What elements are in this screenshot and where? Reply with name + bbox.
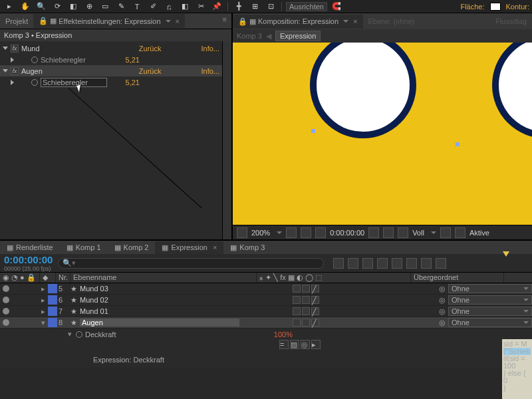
switch-icon[interactable]: ╱ [311, 285, 319, 293]
layer-label-color[interactable] [48, 284, 57, 293]
twirl-icon[interactable]: ▸ [40, 285, 47, 293]
parent-dropdown[interactable]: Ohne [448, 284, 532, 293]
param-name-editing[interactable]: Schieberegler [41, 78, 107, 87]
layer-row[interactable]: ▸ 7 ★ Mund 01 ╱ ◎Ohne [0, 306, 532, 317]
crumb-current[interactable]: Expression [275, 31, 321, 41]
switch-icon[interactable] [293, 296, 301, 304]
parent-dropdown[interactable]: Ohne [448, 318, 532, 327]
selection-handle[interactable] [311, 129, 315, 133]
tab-renderqueue[interactable]: ▦Renderliste [0, 241, 60, 254]
local-axis-icon[interactable]: ╋ [232, 1, 245, 12]
switch-icon[interactable] [302, 285, 310, 293]
stamp-tool-icon[interactable]: ⎌ [162, 1, 176, 12]
twirl-icon[interactable] [11, 80, 14, 85]
twirl-icon[interactable]: ▸ [40, 307, 47, 316]
param-value[interactable]: 5,21 [126, 78, 140, 86]
roto-tool-icon[interactable]: ✂ [194, 1, 207, 12]
composition-viewer[interactable] [233, 43, 532, 225]
stopwatch-icon[interactable] [31, 79, 38, 86]
region-icon[interactable] [440, 227, 451, 238]
transparency-icon[interactable] [455, 227, 466, 238]
shape-tool-icon[interactable]: ▭ [98, 1, 112, 12]
graph-editor-icon[interactable] [436, 258, 446, 269]
crumb-parent[interactable]: Komp 3 [237, 32, 262, 40]
tab-expression[interactable]: ▦Expression× [155, 241, 223, 254]
magnify-icon[interactable] [237, 227, 247, 238]
layer-search-input[interactable]: 🔍▾ [58, 258, 324, 269]
selection-tool-icon[interactable]: ▸ [3, 1, 16, 12]
fx-badge-icon[interactable]: fx [11, 45, 19, 53]
eye-shape-left[interactable] [310, 43, 416, 138]
number-column-header[interactable]: Nr. [56, 273, 70, 283]
close-icon[interactable]: × [176, 17, 180, 25]
switch-icon[interactable] [293, 285, 301, 293]
pickwhip-icon[interactable]: ◎ [439, 285, 446, 293]
effect-reset-link[interactable]: Zurück [139, 45, 162, 53]
label-column-header[interactable]: ◆ [40, 273, 56, 283]
tab-project[interactable]: Projekt [0, 15, 33, 28]
close-icon[interactable]: × [353, 17, 357, 25]
layer-row[interactable]: ▸ 6 ★ Mund 02 ╱ ◎Ohne [0, 295, 532, 306]
effect-name[interactable]: Augen [21, 67, 139, 75]
switch-icon[interactable] [293, 307, 301, 315]
zoom-level[interactable]: 200% [251, 229, 270, 237]
pen-tool-icon[interactable]: ✎ [114, 1, 128, 12]
twirl-icon[interactable]: ▸ [40, 296, 47, 305]
playhead-icon[interactable] [503, 251, 509, 257]
opacity-property-row[interactable]: ▾ Deckkraft 100% [0, 329, 532, 340]
panel-menu-icon[interactable]: ≡ [223, 15, 226, 23]
expression-editor[interactable]: sld = M ("Schieb if(sld = 100 } else { 0… [502, 339, 532, 399]
tab-effect-controls[interactable]: 🔒 ▦ Effekteinstellungen: Expression × [33, 14, 185, 28]
pickwhip-icon[interactable]: ◎ [439, 307, 446, 316]
camera-tool-icon[interactable]: ◧ [66, 1, 80, 12]
param-value[interactable]: 5,21 [126, 56, 140, 64]
visibility-icon[interactable] [3, 319, 9, 326]
effect-row-mund[interactable]: fx Mund Zurück Info... [0, 43, 222, 54]
eraser-tool-icon[interactable]: ◧ [178, 1, 192, 12]
tab-komp1[interactable]: ▦Komp 1 [60, 241, 108, 254]
current-timecode[interactable]: 0:00:00:00 [4, 254, 53, 265]
parent-dropdown[interactable]: Ohne [448, 307, 532, 316]
layer-row-selected[interactable]: ▾ 8 ★ Augen ╱ ◎Ohne [0, 317, 532, 329]
chevron-down-icon[interactable] [431, 231, 436, 234]
switch-icon[interactable]: ╱ [311, 296, 319, 304]
snap-checkbox[interactable]: Ausrichten [286, 2, 327, 11]
brainstorm-icon[interactable] [406, 258, 417, 269]
visibility-icon[interactable] [3, 285, 9, 292]
color-mgmt-icon[interactable] [398, 227, 408, 238]
visibility-icon[interactable] [3, 308, 9, 315]
close-icon[interactable]: × [213, 243, 217, 251]
selection-handle[interactable] [456, 142, 460, 146]
active-camera[interactable]: Aktive [469, 229, 489, 237]
effect-param-row[interactable]: Schieberegler 5,21 [0, 76, 222, 88]
grid-icon[interactable] [286, 227, 297, 238]
stopwatch-icon[interactable] [76, 331, 82, 338]
text-tool-icon[interactable]: T [130, 1, 144, 12]
expression-language-icon[interactable]: ▸ [311, 340, 321, 349]
effect-name[interactable]: Mund [21, 45, 139, 53]
name-column-header[interactable]: Ebenenname [70, 273, 257, 283]
layer-name[interactable]: Augen [80, 319, 239, 327]
channel-icon[interactable] [383, 227, 394, 238]
draft3d-icon[interactable] [348, 258, 358, 269]
pickwhip-icon[interactable]: ◎ [439, 296, 446, 305]
eye-shape-right[interactable] [492, 43, 532, 138]
current-time[interactable]: 0:00:00:00 [330, 229, 364, 237]
fill-swatch[interactable] [490, 3, 501, 11]
opacity-label[interactable]: Deckkraft [85, 331, 116, 338]
comp-mini-flow-icon[interactable] [333, 258, 344, 269]
switch-icon[interactable] [302, 307, 310, 315]
layer-row[interactable]: ▸ 5 ★ Mund 03 ╱ ◎Ohne [0, 283, 532, 295]
resolution-dropdown[interactable]: Voll [412, 229, 424, 237]
zoom-tool-icon[interactable]: 🔍 [35, 1, 48, 12]
twirl-icon[interactable]: ▾ [40, 319, 47, 327]
twirl-icon[interactable] [3, 69, 8, 72]
switch-icon[interactable]: ╱ [311, 319, 319, 327]
twirl-icon[interactable] [11, 57, 14, 63]
mask-icon[interactable] [315, 227, 326, 238]
effect-info-link[interactable]: Info... [201, 45, 219, 53]
tab-komp2[interactable]: ▦Komp 2 [108, 241, 156, 254]
chevron-down-icon[interactable] [277, 231, 282, 234]
parent-column-header[interactable]: Übergeordnet [411, 273, 504, 283]
tab-komp3[interactable]: ▦Komp 3 [223, 241, 271, 254]
